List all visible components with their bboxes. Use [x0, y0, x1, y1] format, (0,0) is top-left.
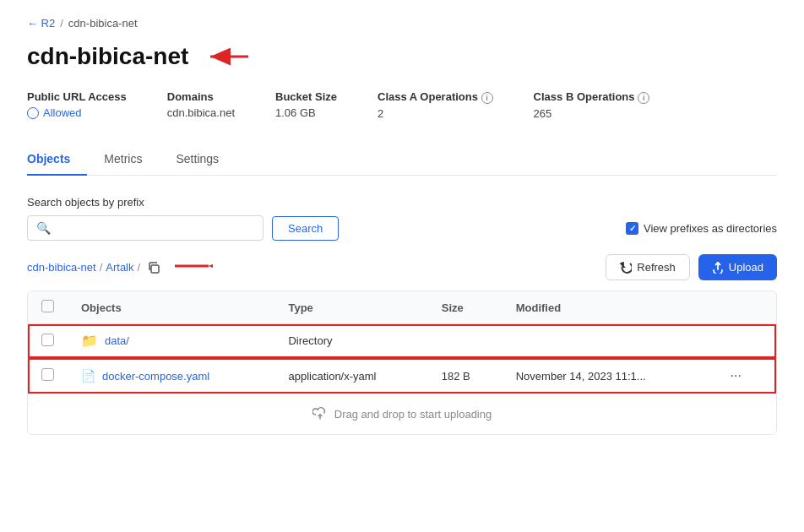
search-section: Search objects by prefix 🔍 Search View p… [27, 196, 777, 241]
row2-more: ··· [712, 358, 776, 394]
meta-public-url-label: Public URL Access [27, 90, 127, 103]
tab-metrics[interactable]: Metrics [87, 144, 159, 176]
row2-more-button[interactable]: ··· [725, 366, 747, 385]
row1-more [712, 324, 776, 358]
meta-class-a-label: Class A Operations i [378, 90, 493, 104]
th-actions [712, 291, 776, 324]
th-checkbox [28, 291, 68, 324]
breadcrumb-r2-link[interactable]: ← R2 [27, 17, 55, 30]
row1-checkbox-cell [28, 324, 68, 358]
search-input-wrap: 🔍 [27, 215, 263, 241]
meta-class-a-value: 2 [378, 107, 493, 120]
refresh-icon [620, 262, 632, 274]
meta-class-b: Class B Operations i 265 [534, 90, 650, 120]
meta-class-b-value: 265 [534, 107, 650, 120]
tab-settings[interactable]: Settings [159, 144, 236, 176]
path-root-link[interactable]: cdn-bibica-net [27, 261, 96, 274]
row1-size [428, 324, 502, 358]
meta-bucket-size-value: 1.06 GB [275, 106, 337, 119]
view-prefix-wrap: View prefixes as directories [626, 222, 777, 235]
th-modified: Modified [502, 291, 712, 324]
row2-type: application/x-yaml [274, 358, 427, 394]
meta-domains: Domains cdn.bibica.net [167, 90, 235, 120]
meta-public-url-value: Allowed [27, 106, 127, 119]
row2-checkbox[interactable] [41, 368, 54, 381]
class-b-info-icon[interactable]: i [638, 92, 649, 104]
path-row: cdn-bibica-net / Artalk / [27, 254, 777, 280]
title-arrow-annotation [202, 45, 253, 68]
row2-modified: November 14, 2023 11:1... [502, 358, 712, 394]
row2-checkbox-cell [28, 358, 68, 394]
path-breadcrumb: cdn-bibica-net / Artalk / [27, 261, 140, 274]
drag-drop-hint: Drag and drop to start uploading [28, 394, 776, 434]
meta-domains-label: Domains [167, 90, 235, 103]
breadcrumb-sep: / [60, 17, 63, 30]
row1-name-link[interactable]: data/ [105, 334, 129, 347]
upload-icon [712, 262, 724, 274]
page-title: cdn-bibica-net [27, 43, 188, 70]
path-sep-2: / [138, 261, 141, 274]
table-row: 📁 data/ Directory [28, 324, 776, 358]
page-title-row: cdn-bibica-net [27, 43, 777, 70]
row1-modified [502, 324, 712, 358]
path-folder-link[interactable]: Artalk [106, 261, 133, 274]
tabs-bar: Objects Metrics Settings [27, 144, 777, 176]
drag-upload-icon [312, 406, 328, 422]
th-objects: Objects [68, 291, 274, 324]
meta-class-b-label: Class B Operations i [534, 90, 650, 104]
refresh-button[interactable]: Refresh [606, 254, 690, 280]
breadcrumb-current: cdn-bibica-net [68, 17, 138, 30]
globe-icon [27, 107, 39, 119]
copy-path-button[interactable] [145, 259, 162, 276]
table-header-row: Objects Type Size Modified [28, 291, 776, 324]
objects-table-container: Objects Type Size Modified 📁 d [27, 290, 777, 435]
th-size: Size [428, 291, 502, 324]
search-input[interactable] [56, 222, 254, 235]
meta-class-a: Class A Operations i 2 [378, 90, 493, 120]
svg-rect-2 [151, 265, 159, 273]
meta-public-url: Public URL Access Allowed [27, 90, 127, 120]
row1-name-cell: 📁 data/ [68, 324, 274, 358]
view-prefix-label: View prefixes as directories [644, 222, 777, 235]
file-icon: 📄 [81, 369, 95, 383]
table-row: 📄 docker-compose.yaml application/x-yaml… [28, 358, 776, 394]
search-icon: 🔍 [36, 221, 51, 235]
folder-icon: 📁 [81, 333, 98, 349]
upload-button[interactable]: Upload [698, 254, 777, 280]
meta-row: Public URL Access Allowed Domains cdn.bi… [27, 90, 777, 120]
path-sep-1: / [100, 261, 103, 274]
row2-name-link[interactable]: docker-compose.yaml [102, 370, 209, 383]
breadcrumb: ← R2 / cdn-bibica-net [27, 17, 777, 30]
path-actions: Refresh Upload [606, 254, 777, 280]
drag-drop-text: Drag and drop to start uploading [334, 408, 492, 421]
search-button[interactable]: Search [272, 216, 339, 241]
row2-size: 182 B [428, 358, 502, 394]
row2-name-cell: 📄 docker-compose.yaml [68, 358, 274, 394]
svg-marker-5 [621, 263, 623, 266]
meta-bucket-size-label: Bucket Size [275, 90, 337, 103]
search-row: 🔍 Search View prefixes as directories [27, 215, 777, 241]
objects-table: Objects Type Size Modified 📁 d [28, 291, 776, 394]
meta-domains-value: cdn.bibica.net [167, 106, 235, 119]
search-label: Search objects by prefix [27, 196, 777, 209]
artalk-arrow-annotation [171, 254, 213, 280]
view-prefix-checkbox[interactable] [626, 222, 638, 235]
th-type: Type [274, 291, 427, 324]
tab-objects[interactable]: Objects [27, 144, 87, 176]
row1-type: Directory [274, 324, 427, 358]
class-a-info-icon[interactable]: i [481, 92, 493, 104]
row1-checkbox[interactable] [41, 334, 54, 346]
meta-bucket-size: Bucket Size 1.06 GB [275, 90, 337, 120]
select-all-checkbox[interactable] [41, 300, 54, 312]
